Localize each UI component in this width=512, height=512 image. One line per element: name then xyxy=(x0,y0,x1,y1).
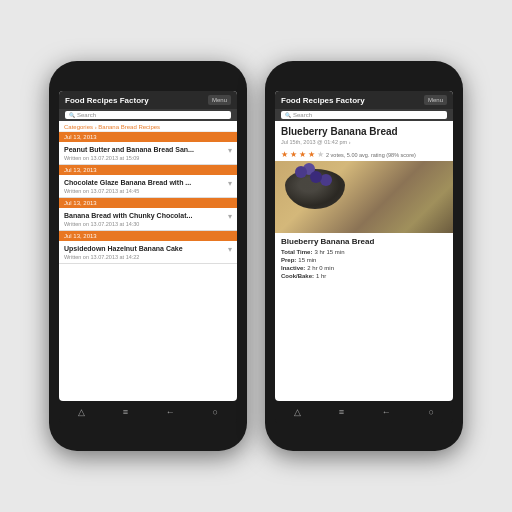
recipe-info: Banana Bread with Chunky Chocolat... Wri… xyxy=(59,208,237,230)
recipe-list: Jul 13, 2013 Peanut Butter and Banana Br… xyxy=(59,132,237,264)
search-icon-2: 🔍 xyxy=(285,112,291,118)
meta-row: Inactive:2 hr 0 min xyxy=(281,264,447,272)
search-label-2: Search xyxy=(293,112,312,118)
search-bar-2: 🔍 Search xyxy=(275,109,453,121)
detail-desc-title: Blueberry Banana Bread xyxy=(275,233,453,248)
search-nav-icon-1[interactable]: ○ xyxy=(213,407,218,417)
recipe-arrow-icon[interactable]: ▾ xyxy=(228,146,232,155)
phone-2: Food Recipes Factory Menu 🔍 Search Blueb… xyxy=(265,61,463,451)
meta-value: 2 hr 0 min xyxy=(307,265,334,271)
star-rating-row: ★ ★ ★ ★ ★ 2 votes, 5.00 avg. rating (98%… xyxy=(275,148,453,161)
recipe-arrow-icon[interactable]: ▾ xyxy=(228,212,232,221)
search-nav-icon-2[interactable]: ○ xyxy=(429,407,434,417)
recipe-info: Peanut Butter and Banana Bread San... Wr… xyxy=(59,142,237,164)
app-header-1: Food Recipes Factory Menu xyxy=(59,91,237,109)
star-2: ★ xyxy=(290,150,297,159)
recipe-title: Chocolate Glaze Banana Bread with ... xyxy=(64,178,191,187)
meta-value: 15 min xyxy=(298,257,316,263)
detail-title: Blueberry Banana Bread xyxy=(275,121,453,139)
phone-1-screen: Food Recipes Factory Menu 🔍 Search Categ… xyxy=(59,91,237,401)
meta-label: Cook/Bake: xyxy=(281,273,314,279)
menu-icon-1[interactable]: ≡ xyxy=(123,407,128,417)
app-header-2: Food Recipes Factory Menu xyxy=(275,91,453,109)
meta-value: 3 hr 15 min xyxy=(314,249,344,255)
recipe-date: Jul 13, 2013 xyxy=(59,198,237,208)
search-label-1: Search xyxy=(77,112,96,118)
star-4: ★ xyxy=(308,150,315,159)
phone-2-content: Blueberry Banana Bread Jul 15th, 2013 @ … xyxy=(275,121,453,401)
recipe-title: Upsidedown Hazelnut Banana Cake xyxy=(64,244,183,253)
recipe-title: Peanut Butter and Banana Bread San... xyxy=(64,145,194,154)
search-input-2[interactable]: 🔍 Search xyxy=(281,111,447,119)
detail-meta: Total Time:3 hr 15 minPrep:15 minInactiv… xyxy=(275,248,453,280)
phone-1: Food Recipes Factory Menu 🔍 Search Categ… xyxy=(49,61,247,451)
recipe-item[interactable]: Jul 13, 2013 Banana Bread with Chunky Ch… xyxy=(59,198,237,231)
recipe-arrow-icon[interactable]: ▾ xyxy=(228,179,232,188)
app-title-1: Food Recipes Factory xyxy=(65,96,149,105)
recipe-written: Written on 13.07.2013 at 14:30 xyxy=(64,221,192,227)
recipe-image xyxy=(275,161,453,233)
breadcrumb-1: Categories › Banana Bread Recipes xyxy=(59,121,237,132)
detail-date: Jul 15th, 2013 @ 01:42 pm › xyxy=(275,139,453,148)
star-1: ★ xyxy=(281,150,288,159)
rating-text: 2 votes, 5.00 avg. rating (98% score) xyxy=(326,152,416,158)
app-title-2: Food Recipes Factory xyxy=(281,96,365,105)
recipe-date: Jul 13, 2013 xyxy=(59,132,237,142)
blueberry-decor xyxy=(295,166,307,178)
phone-2-nav: △ ≡ ← ○ xyxy=(275,401,453,423)
search-icon-1: 🔍 xyxy=(69,112,75,118)
home-icon-2[interactable]: △ xyxy=(294,407,301,417)
recipe-arrow-icon[interactable]: ▾ xyxy=(228,245,232,254)
meta-row: Cook/Bake:1 hr xyxy=(281,272,447,280)
recipe-item[interactable]: Jul 13, 2013 Upsidedown Hazelnut Banana … xyxy=(59,231,237,264)
recipe-date: Jul 13, 2013 xyxy=(59,165,237,175)
recipe-item[interactable]: Jul 13, 2013 Chocolate Glaze Banana Brea… xyxy=(59,165,237,198)
recipe-title: Banana Bread with Chunky Chocolat... xyxy=(64,211,192,220)
meta-row: Prep:15 min xyxy=(281,256,447,264)
star-5: ★ xyxy=(317,150,324,159)
recipe-written: Written on 13.07.2013 at 14:45 xyxy=(64,188,191,194)
phone-2-screen: Food Recipes Factory Menu 🔍 Search Blueb… xyxy=(275,91,453,401)
meta-label: Inactive: xyxy=(281,265,305,271)
phone-1-content: Categories › Banana Bread Recipes Jul 13… xyxy=(59,121,237,401)
phone-1-nav: △ ≡ ← ○ xyxy=(59,401,237,423)
menu-button-2[interactable]: Menu xyxy=(424,95,447,105)
back-icon-1[interactable]: ← xyxy=(166,407,175,417)
home-icon-1[interactable]: △ xyxy=(78,407,85,417)
meta-row: Total Time:3 hr 15 min xyxy=(281,248,447,256)
recipe-written: Written on 13.07.2013 at 14:22 xyxy=(64,254,183,260)
meta-value: 1 hr xyxy=(316,273,326,279)
star-3: ★ xyxy=(299,150,306,159)
search-input-1[interactable]: 🔍 Search xyxy=(65,111,231,119)
recipe-info: Upsidedown Hazelnut Banana Cake Written … xyxy=(59,241,237,263)
recipe-info: Chocolate Glaze Banana Bread with ... Wr… xyxy=(59,175,237,197)
recipe-item[interactable]: Jul 13, 2013 Peanut Butter and Banana Br… xyxy=(59,132,237,165)
recipe-written: Written on 13.07.2013 at 15:09 xyxy=(64,155,194,161)
back-icon-2[interactable]: ← xyxy=(382,407,391,417)
menu-icon-2[interactable]: ≡ xyxy=(339,407,344,417)
recipe-date: Jul 13, 2013 xyxy=(59,231,237,241)
meta-label: Prep: xyxy=(281,257,296,263)
meta-label: Total Time: xyxy=(281,249,312,255)
menu-button-1[interactable]: Menu xyxy=(208,95,231,105)
bread-shape xyxy=(285,169,345,209)
search-bar-1: 🔍 Search xyxy=(59,109,237,121)
